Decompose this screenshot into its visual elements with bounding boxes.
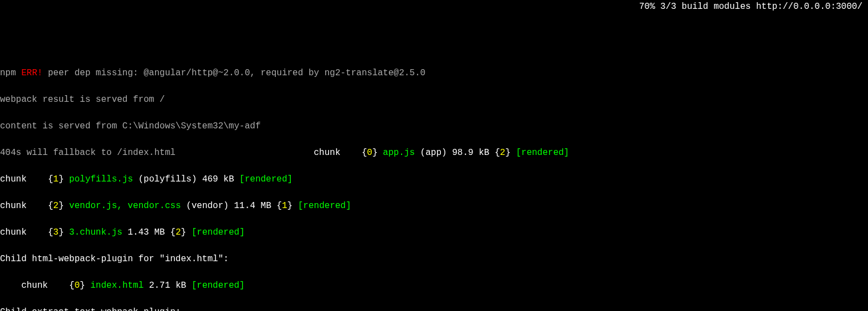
line-child-html: Child html-webpack-plugin for "index.htm…	[0, 252, 868, 266]
build-status: 70% 3/3 build modules http://0.0.0.0:300…	[639, 0, 862, 13]
brace: }	[505, 148, 511, 158]
line-npm-error: npm ERR! peer dep missing: @angular/http…	[0, 66, 868, 80]
sp	[511, 148, 516, 158]
brace: {	[48, 201, 53, 211]
status-percent: 70%	[639, 2, 655, 12]
rendered-label: [rendered]	[192, 227, 245, 237]
chunk-file: 3.chunk.js	[69, 227, 122, 237]
brace: }	[181, 227, 187, 237]
pad	[27, 201, 48, 211]
chunk-num: 0	[367, 148, 373, 158]
chunk-num: 1	[53, 174, 59, 184]
brace: }	[287, 201, 293, 211]
sp	[186, 227, 192, 237]
brace: {	[170, 227, 176, 237]
brace: }	[372, 148, 378, 158]
chunk-num: 0	[74, 281, 80, 291]
chunk-label: chunk	[0, 174, 27, 184]
sp	[64, 201, 69, 211]
fallback-text: 404s will fallback to /index.html	[0, 148, 176, 158]
err-msg: peer dep missing: @angular/http@~2.0.0, …	[43, 68, 425, 78]
chunk-label: chunk	[21, 281, 48, 291]
brace: }	[59, 201, 64, 211]
chunk-label: chunk	[314, 148, 341, 158]
pad	[341, 148, 362, 158]
brace: {	[495, 148, 500, 158]
brace: {	[362, 148, 367, 158]
chunk-dep: 2	[500, 148, 506, 158]
pad	[176, 148, 314, 158]
chunk-file: index.html	[90, 281, 143, 291]
brace: {	[48, 174, 53, 184]
pad	[27, 174, 48, 184]
chunk-file: polyfills.js	[69, 174, 133, 184]
chunk-num: 3	[53, 227, 59, 237]
line-child-html-chunk: chunk {0} index.html 2.71 kB [rendered]	[0, 279, 868, 292]
chunk-meta: 1.43 MB	[122, 227, 170, 237]
chunk-meta: 2.71 kB	[143, 281, 191, 291]
sp	[292, 201, 298, 211]
terminal-output: npm ERR! peer dep missing: @angular/http…	[0, 53, 868, 311]
err-label: ERR!	[21, 68, 42, 78]
rendered-label: [rendered]	[298, 201, 351, 211]
sp	[64, 227, 69, 237]
chunk-meta: (polyfills) 469 kB	[133, 174, 239, 184]
chunk-file: vendor.js, vendor.css	[69, 201, 181, 211]
chunk-meta: (vendor) 11.4 MB	[181, 201, 277, 211]
chunk-meta: (app) 98.9 kB	[415, 148, 495, 158]
line-content-served: content is served from C:\Windows\System…	[0, 120, 868, 133]
line-chunk-1: chunk {1} polyfills.js (polyfills) 469 k…	[0, 173, 868, 186]
status-label: build modules	[682, 2, 751, 12]
brace: {	[276, 201, 282, 211]
sp	[85, 281, 91, 291]
pad	[27, 227, 48, 237]
line-chunk-2: chunk {2} vendor.js, vendor.css (vendor)…	[0, 199, 868, 212]
line-chunk-3: chunk {3} 3.chunk.js 1.43 MB {2} [render…	[0, 226, 868, 239]
line-child-extract-1: Child extract-text-webpack-plugin:	[0, 305, 868, 311]
sp	[378, 148, 383, 158]
brace: }	[59, 174, 64, 184]
line-fallback-chunk0: 404s will fallback to /index.html chunk …	[0, 146, 868, 159]
npm-label: npm	[0, 68, 16, 78]
status-count: 3/3	[660, 2, 676, 12]
brace: {	[48, 227, 53, 237]
chunk-dep: 1	[282, 201, 287, 211]
brace: }	[59, 227, 64, 237]
pad	[48, 281, 69, 291]
chunk-dep: 2	[176, 227, 181, 237]
rendered-label: [rendered]	[239, 174, 292, 184]
pad	[0, 281, 21, 291]
rendered-label: [rendered]	[516, 148, 569, 158]
brace: {	[69, 281, 75, 291]
line-webpack-served: webpack result is served from /	[0, 93, 868, 106]
chunk-label: chunk	[0, 227, 27, 237]
rendered-label: [rendered]	[192, 281, 245, 291]
brace: }	[80, 281, 85, 291]
status-url: http://0.0.0.0:3000/	[756, 2, 862, 12]
sp	[64, 174, 69, 184]
chunk-num: 2	[53, 201, 59, 211]
chunk-file: app.js	[383, 148, 415, 158]
chunk-label: chunk	[0, 201, 27, 211]
